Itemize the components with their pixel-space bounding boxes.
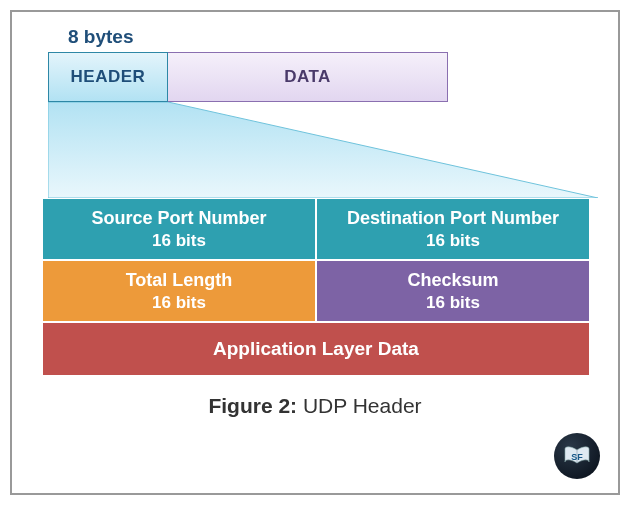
field-label: Destination Port Number (347, 207, 559, 230)
packet-header-box: HEADER (48, 52, 168, 102)
field-row-1: Source Port Number 16 bits Destination P… (42, 198, 590, 260)
field-application-data: Application Layer Data (42, 322, 590, 376)
field-source-port: Source Port Number 16 bits (42, 198, 316, 260)
svg-marker-0 (48, 102, 598, 198)
book-icon: SF (559, 438, 595, 474)
sf-logo-icon: SF (554, 433, 600, 479)
bytes-label: 8 bytes (68, 26, 590, 48)
packet-data-box: DATA (168, 52, 448, 102)
figure-caption: Figure 2: UDP Header (40, 394, 590, 418)
expansion-shape (48, 102, 598, 198)
field-destination-port: Destination Port Number 16 bits (316, 198, 590, 260)
field-label: Checksum (407, 269, 498, 292)
field-checksum: Checksum 16 bits (316, 260, 590, 322)
field-bits: 16 bits (426, 292, 480, 313)
header-fields-table: Source Port Number 16 bits Destination P… (42, 198, 590, 376)
field-total-length: Total Length 16 bits (42, 260, 316, 322)
packet-row: HEADER DATA (48, 52, 448, 102)
caption-text: UDP Header (297, 394, 422, 417)
diagram-frame: 8 bytes HEADER DATA Source Port Number 1… (10, 10, 620, 495)
caption-prefix: Figure 2: (208, 394, 297, 417)
field-bits: 16 bits (152, 230, 206, 251)
field-bits: 16 bits (152, 292, 206, 313)
field-bits: 16 bits (426, 230, 480, 251)
logo-text: SF (571, 452, 583, 462)
field-label: Total Length (126, 269, 233, 292)
field-label: Source Port Number (91, 207, 266, 230)
field-row-2: Total Length 16 bits Checksum 16 bits (42, 260, 590, 322)
